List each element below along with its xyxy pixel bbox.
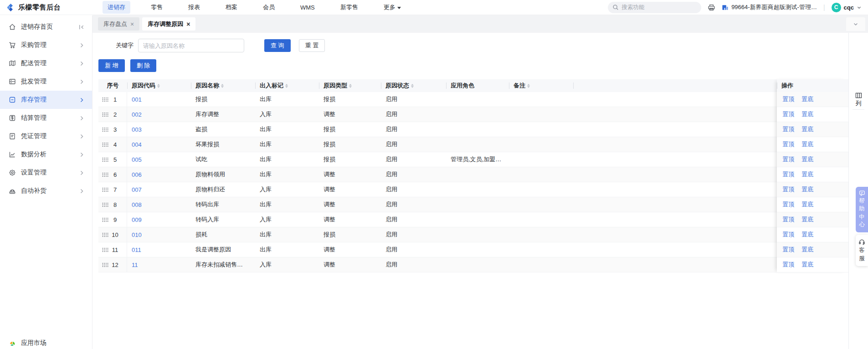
sidebar-item-6[interactable]: 凭证管理 bbox=[0, 127, 92, 145]
column-header-7[interactable]: 备注 bbox=[509, 79, 573, 92]
drag-handle-icon[interactable] bbox=[102, 232, 109, 237]
pin-bottom-link[interactable]: 置底 bbox=[801, 140, 813, 149]
reason-code-link[interactable]: 009 bbox=[132, 216, 142, 223]
column-settings-button[interactable]: 列 bbox=[853, 92, 864, 110]
column-header-4[interactable]: 原因类型 bbox=[319, 79, 381, 92]
drag-handle-icon[interactable] bbox=[102, 172, 109, 177]
sidebar-item-2[interactable]: 配送管理 bbox=[0, 54, 92, 72]
org-selector[interactable]: 99664-新界面商超版测试-管理… bbox=[722, 3, 817, 11]
pin-bottom-link[interactable]: 置底 bbox=[801, 216, 813, 224]
function-search-input[interactable] bbox=[621, 4, 690, 10]
sort-icon[interactable] bbox=[411, 84, 414, 88]
nav-item-2[interactable]: 报表 bbox=[183, 1, 205, 14]
sidebar-item-0[interactable]: 进销存首页 bbox=[0, 18, 92, 36]
add-button[interactable]: 新 增 bbox=[98, 59, 125, 72]
user-menu[interactable]: C cqc bbox=[832, 3, 862, 12]
reason-code-link[interactable]: 003 bbox=[132, 126, 142, 133]
pin-top-link[interactable]: 置顶 bbox=[782, 125, 794, 133]
chevron-right-icon[interactable] bbox=[79, 97, 85, 103]
nav-item-0[interactable]: 进销存 bbox=[103, 1, 130, 14]
sidebar-item-3[interactable]: 批发管理 bbox=[0, 72, 92, 91]
column-header-2[interactable]: 原因名称 bbox=[191, 79, 255, 92]
reason-code-link[interactable]: 007 bbox=[132, 186, 142, 193]
pin-bottom-link[interactable]: 置底 bbox=[801, 261, 813, 269]
sort-icon[interactable] bbox=[285, 84, 288, 88]
pin-top-link[interactable]: 置顶 bbox=[782, 95, 794, 103]
pin-bottom-link[interactable]: 置底 bbox=[801, 155, 813, 164]
pin-top-link[interactable]: 置顶 bbox=[782, 261, 794, 269]
sidebar-item-app-market[interactable]: 应用市场 bbox=[0, 334, 92, 349]
pin-bottom-link[interactable]: 置底 bbox=[801, 125, 813, 133]
pin-bottom-link[interactable]: 置底 bbox=[801, 95, 813, 103]
search-button[interactable]: 查 询 bbox=[264, 39, 291, 52]
close-icon[interactable]: × bbox=[186, 21, 190, 27]
tab-0[interactable]: 库存盘点× bbox=[98, 17, 139, 31]
reset-button[interactable]: 重 置 bbox=[299, 39, 325, 52]
printer-icon[interactable] bbox=[708, 4, 715, 11]
nav-item-3[interactable]: 档案 bbox=[221, 1, 242, 14]
reason-code-link[interactable]: 011 bbox=[132, 246, 141, 253]
drag-handle-icon[interactable] bbox=[102, 217, 109, 222]
chevron-right-icon[interactable] bbox=[79, 61, 85, 67]
nav-item-5[interactable]: WMS bbox=[295, 2, 320, 13]
delete-button[interactable]: 删 除 bbox=[130, 59, 157, 72]
tab-1[interactable]: 库存调整原因× bbox=[142, 17, 195, 31]
sidebar-item-7[interactable]: 数据分析 bbox=[0, 145, 92, 164]
pin-top-link[interactable]: 置顶 bbox=[782, 200, 794, 209]
drag-handle-icon[interactable] bbox=[102, 262, 109, 267]
sidebar-item-9[interactable]: 自动补货 bbox=[0, 182, 92, 200]
chevron-right-icon[interactable] bbox=[79, 79, 85, 85]
pin-bottom-link[interactable]: 置底 bbox=[801, 170, 813, 179]
keyword-input[interactable] bbox=[138, 39, 244, 52]
customer-service-widget[interactable]: 客服 bbox=[856, 235, 868, 266]
pin-bottom-link[interactable]: 置底 bbox=[801, 200, 813, 209]
pin-top-link[interactable]: 置顶 bbox=[782, 185, 794, 194]
chevron-right-icon[interactable] bbox=[79, 170, 85, 176]
chevron-right-icon[interactable] bbox=[79, 42, 85, 48]
column-header-1[interactable]: 原因代码 bbox=[127, 79, 191, 92]
sort-icon[interactable] bbox=[157, 84, 160, 88]
drag-handle-icon[interactable] bbox=[102, 247, 109, 252]
nav-item-7[interactable]: 更多 bbox=[379, 1, 406, 14]
sidebar-item-8[interactable]: 设置管理 bbox=[0, 164, 92, 182]
close-icon[interactable]: × bbox=[130, 21, 134, 27]
column-header-3[interactable]: 出入标记 bbox=[255, 79, 319, 92]
pin-bottom-link[interactable]: 置底 bbox=[801, 110, 813, 118]
sort-icon[interactable] bbox=[527, 84, 530, 88]
pin-top-link[interactable]: 置顶 bbox=[782, 170, 794, 179]
sidebar-item-5[interactable]: 结算管理 bbox=[0, 109, 92, 127]
pin-top-link[interactable]: 置顶 bbox=[782, 216, 794, 224]
drag-handle-icon[interactable] bbox=[102, 142, 109, 147]
reason-code-link[interactable]: 002 bbox=[132, 111, 142, 118]
drag-handle-icon[interactable] bbox=[102, 187, 109, 192]
chevron-right-icon[interactable] bbox=[79, 152, 85, 158]
drag-handle-icon[interactable] bbox=[102, 127, 109, 132]
chevron-right-icon[interactable] bbox=[79, 115, 85, 121]
reason-code-link[interactable]: 11 bbox=[132, 262, 138, 268]
reason-code-link[interactable]: 008 bbox=[132, 201, 142, 208]
drag-handle-icon[interactable] bbox=[102, 97, 109, 102]
reason-code-link[interactable]: 006 bbox=[132, 171, 142, 178]
pin-top-link[interactable]: 置顶 bbox=[782, 140, 794, 149]
column-header-5[interactable]: 原因状态 bbox=[381, 79, 446, 92]
reason-code-link[interactable]: 001 bbox=[132, 96, 142, 103]
tab-overflow-button[interactable] bbox=[846, 17, 865, 31]
sort-icon[interactable] bbox=[221, 84, 224, 88]
chevron-right-icon[interactable] bbox=[79, 133, 85, 139]
pin-top-link[interactable]: 置顶 bbox=[782, 155, 794, 164]
pin-bottom-link[interactable]: 置底 bbox=[801, 185, 813, 194]
reason-code-link[interactable]: 004 bbox=[132, 141, 142, 148]
nav-item-1[interactable]: 零售 bbox=[146, 1, 168, 14]
pin-bottom-link[interactable]: 置底 bbox=[801, 231, 813, 239]
pin-bottom-link[interactable]: 置底 bbox=[801, 246, 813, 254]
drag-handle-icon[interactable] bbox=[102, 157, 109, 162]
collapse-sidebar-icon[interactable] bbox=[78, 24, 85, 31]
reason-code-link[interactable]: 005 bbox=[132, 156, 142, 163]
pin-top-link[interactable]: 置顶 bbox=[782, 110, 794, 118]
nav-item-6[interactable]: 新零售 bbox=[335, 1, 363, 14]
reason-code-link[interactable]: 010 bbox=[132, 231, 142, 238]
sidebar-item-4[interactable]: 库存管理 bbox=[0, 91, 92, 109]
function-search[interactable] bbox=[608, 2, 701, 13]
sort-icon[interactable] bbox=[349, 84, 352, 88]
help-center-widget[interactable]: 帮助中心 bbox=[856, 187, 868, 232]
